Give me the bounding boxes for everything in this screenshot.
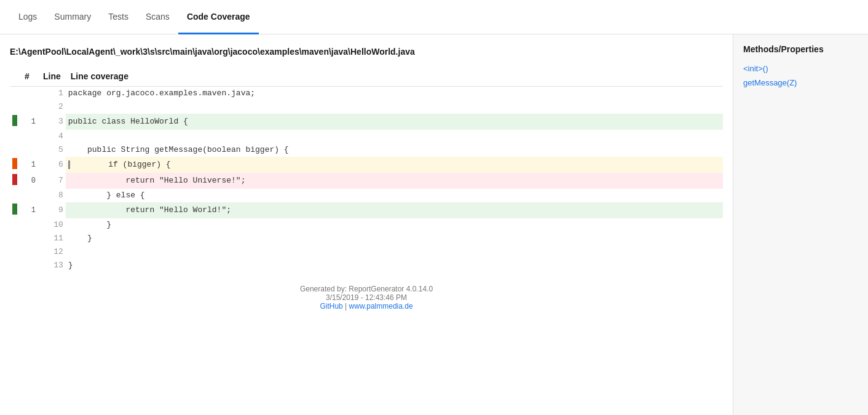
hit-count [20, 259, 38, 272]
col-hits-header: # [20, 69, 38, 87]
sidebar-method-link[interactable]: getMessage(Z) [743, 78, 858, 87]
nav-item-tests[interactable]: Tests [100, 0, 137, 34]
line-code: if (bigger) { [66, 157, 723, 173]
hit-count [20, 245, 38, 259]
sidebar-title: Methods/Properties [743, 44, 858, 54]
line-code: } [66, 218, 723, 232]
table-row: 11 } [10, 232, 723, 245]
hit-count: 1 [20, 114, 38, 130]
line-code: public class HelloWorld { [66, 114, 723, 130]
table-header: # Line Line coverage [10, 69, 723, 87]
line-indicator [10, 130, 20, 143]
website-link[interactable]: www.palmmedia.de [349, 302, 413, 310]
line-indicator [10, 157, 20, 173]
footer-line2: 3/15/2019 - 12:43:46 PM [10, 293, 723, 302]
line-code: } [66, 259, 723, 272]
line-number: 4 [38, 130, 66, 143]
line-indicator [10, 218, 20, 232]
line-number: 5 [38, 143, 66, 157]
github-link[interactable]: GitHub [320, 302, 342, 310]
file-path: E:\AgentPool\LocalAgent\_work\3\s\src\ma… [10, 47, 723, 57]
code-text: return "Hello Universe!"; [68, 176, 246, 185]
line-indicator [10, 245, 20, 259]
sidebar-method-link[interactable]: <init>() [743, 64, 858, 73]
code-text: if (bigger) { [70, 160, 171, 169]
line-code: public String getMessage(boolean bigger)… [66, 143, 723, 157]
table-row: 16 if (bigger) { [10, 157, 723, 173]
table-row: 12 [10, 245, 723, 259]
table-row: 13public class HelloWorld { [10, 114, 723, 130]
line-number: 6 [38, 157, 66, 173]
footer-line1: Generated by: ReportGenerator 4.0.14.0 [10, 285, 723, 293]
coverage-bar-red [12, 174, 17, 185]
content-area: E:\AgentPool\LocalAgent\_work\3\s\src\ma… [0, 34, 733, 415]
code-text: } [68, 261, 73, 270]
hit-count [20, 130, 38, 143]
line-indicator [10, 114, 20, 130]
line-code: return "Hello Universe!"; [66, 173, 723, 189]
table-row: 4 [10, 130, 723, 143]
line-indicator [10, 87, 20, 100]
line-number: 3 [38, 114, 66, 130]
coverage-bar-orange [12, 158, 17, 169]
line-indicator [10, 232, 20, 245]
table-row: 1package org.jacoco.examples.maven.java; [10, 87, 723, 100]
hit-count [20, 87, 38, 100]
line-indicator [10, 259, 20, 272]
table-row: 2 [10, 100, 723, 114]
code-text: public String getMessage(boolean bigger)… [68, 145, 289, 154]
table-row: 07 return "Hello Universe!"; [10, 173, 723, 189]
line-indicator [10, 202, 20, 218]
col-line-header: Line [38, 69, 66, 87]
hit-count: 1 [20, 202, 38, 218]
hit-count [20, 100, 38, 114]
line-number: 2 [38, 100, 66, 114]
hit-count [20, 218, 38, 232]
line-indicator [10, 173, 20, 189]
footer-links: GitHub | www.palmmedia.de [10, 302, 723, 310]
coverage-bar-green [12, 204, 17, 215]
line-code: package org.jacoco.examples.maven.java; [66, 87, 723, 100]
line-indicator [10, 143, 20, 157]
line-code [66, 130, 723, 143]
table-row: 10 } [10, 218, 723, 232]
table-row: 5 public String getMessage(boolean bigge… [10, 143, 723, 157]
code-text: return "Hello World!"; [68, 205, 231, 215]
footer-separator: | [343, 302, 349, 310]
code-text: } else { [68, 191, 145, 200]
col-coverage-header: Line coverage [66, 69, 723, 87]
line-number: 13 [38, 259, 66, 272]
line-code: } [66, 232, 723, 245]
hit-count: 1 [20, 157, 38, 173]
nav-item-logs[interactable]: Logs [10, 0, 45, 34]
line-indicator [10, 189, 20, 202]
line-number: 12 [38, 245, 66, 259]
code-text: } [68, 234, 92, 243]
line-code: } else { [66, 189, 723, 202]
code-text: package org.jacoco.examples.maven.java; [68, 89, 255, 98]
col-indicator-header [10, 69, 20, 87]
line-code [66, 245, 723, 259]
main-layout: E:\AgentPool\LocalAgent\_work\3\s\src\ma… [0, 34, 868, 415]
hit-count [20, 143, 38, 157]
hit-count: 0 [20, 173, 38, 189]
hit-count [20, 232, 38, 245]
table-row: 8 } else { [10, 189, 723, 202]
hit-count [20, 189, 38, 202]
line-indicator [10, 100, 20, 114]
line-number: 1 [38, 87, 66, 100]
line-number: 10 [38, 218, 66, 232]
line-number: 9 [38, 202, 66, 218]
nav-item-code-coverage[interactable]: Code Coverage [178, 0, 259, 34]
code-text: } [68, 220, 111, 229]
table-row: 19 return "Hello World!"; [10, 202, 723, 218]
line-number: 11 [38, 232, 66, 245]
code-text: public class HelloWorld { [68, 117, 188, 126]
nav-bar: LogsSummaryTestsScansCode Coverage [0, 0, 868, 34]
line-code [66, 100, 723, 114]
nav-item-summary[interactable]: Summary [45, 0, 100, 34]
footer: Generated by: ReportGenerator 4.0.14.0 3… [10, 272, 723, 317]
sidebar: Methods/Properties <init>()getMessage(Z) [733, 34, 868, 415]
coverage-bar-green [12, 115, 17, 126]
nav-item-scans[interactable]: Scans [137, 0, 178, 34]
